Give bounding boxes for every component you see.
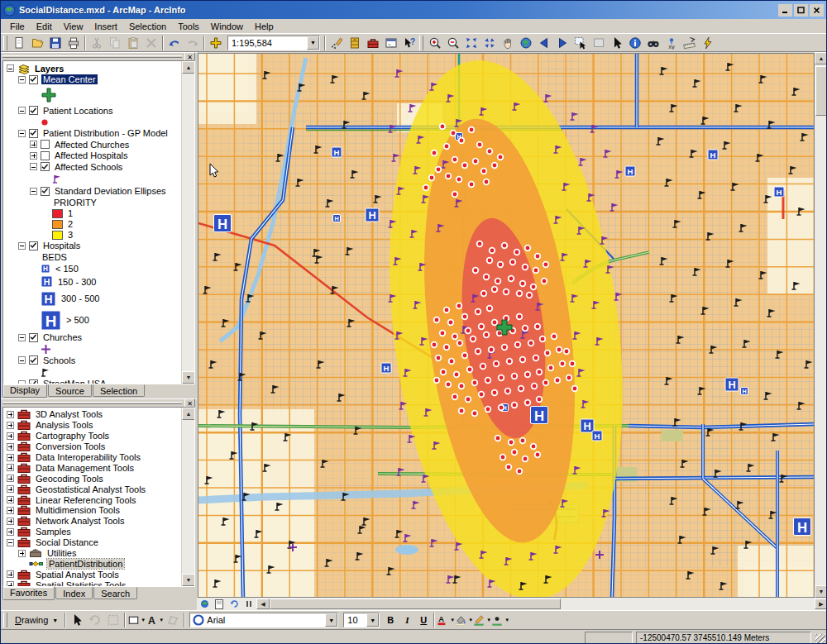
font-combo[interactable]: Arial▼ bbox=[189, 613, 338, 627]
expand-icon[interactable] bbox=[7, 528, 14, 536]
map-svg[interactable]: HHHHHHHHHHHHHHHH bbox=[198, 54, 815, 598]
toc-grip[interactable] bbox=[2, 55, 182, 58]
toolbox-grip[interactable] bbox=[2, 402, 182, 404]
menu-file[interactable]: File bbox=[4, 20, 31, 33]
scroll-left-icon[interactable]: ◀ bbox=[256, 599, 270, 609]
text-tool-button[interactable]: A▼ bbox=[146, 612, 164, 628]
toc-tab-source[interactable]: Source bbox=[48, 384, 92, 397]
toolbox-row[interactable]: Spatial Analyst Tools bbox=[5, 569, 194, 580]
expand-icon[interactable] bbox=[7, 485, 14, 493]
tool-label[interactable]: Utilities bbox=[45, 548, 76, 558]
collapse-icon[interactable] bbox=[7, 539, 14, 546]
layer-checkbox[interactable] bbox=[41, 140, 50, 149]
toc-row[interactable]: 1 bbox=[5, 208, 194, 219]
fixed-zoom-in-button[interactable] bbox=[462, 35, 480, 51]
zoomsel-gray-button[interactable] bbox=[104, 612, 122, 628]
layer-label[interactable]: Mean Center bbox=[41, 74, 98, 84]
find-button[interactable] bbox=[644, 35, 662, 51]
scroll-right-icon[interactable]: ▶ bbox=[815, 599, 827, 609]
scale-combo[interactable]: 1:195,584▼ bbox=[227, 36, 320, 50]
expand-icon[interactable] bbox=[7, 454, 14, 461]
hyperlink-button[interactable] bbox=[699, 35, 717, 51]
menu-view[interactable]: View bbox=[58, 20, 89, 33]
menu-insert[interactable]: Insert bbox=[88, 20, 123, 33]
expand-icon[interactable] bbox=[7, 411, 14, 418]
print-button[interactable] bbox=[65, 35, 83, 51]
title-bar[interactable]: SocialDistance.mxd - ArcMap - ArcInfo bbox=[1, 1, 826, 19]
toc-row[interactable]: PRIORITY bbox=[5, 197, 194, 208]
tool-label[interactable]: Geocoding Tools bbox=[34, 474, 103, 484]
layer-label[interactable]: Patient Distribution - GP Model bbox=[41, 128, 168, 138]
toolbox-scrollbar[interactable]: ▲ ▼ bbox=[181, 408, 194, 586]
tool-label[interactable]: 3D Analyst Tools bbox=[34, 409, 103, 419]
copy-button[interactable] bbox=[106, 35, 124, 51]
layer-label[interactable]: StreetMap USA bbox=[41, 379, 106, 384]
expand-icon[interactable] bbox=[7, 570, 14, 578]
layer-checkbox[interactable] bbox=[29, 333, 38, 342]
collapse-icon[interactable] bbox=[18, 107, 26, 114]
toc-row[interactable]: Standard Deviation Ellipses bbox=[5, 186, 194, 198]
toolbox-row[interactable]: Multidimension Tools bbox=[5, 505, 194, 516]
tool-label[interactable]: Data Interoperability Tools bbox=[34, 452, 141, 462]
collapse-icon[interactable] bbox=[18, 334, 26, 341]
fill-color-button[interactable]: ▼ bbox=[455, 612, 473, 628]
toc-row[interactable]: Mean Center bbox=[5, 74, 194, 86]
tool-label[interactable]: Cartography Tools bbox=[34, 431, 109, 441]
layer-label[interactable]: Patient Locations bbox=[41, 106, 112, 116]
layer-label[interactable]: Schools bbox=[41, 355, 75, 365]
pause-drawing-button[interactable] bbox=[241, 599, 256, 610]
minimize-button[interactable] bbox=[778, 4, 792, 17]
layer-checkbox[interactable] bbox=[29, 129, 38, 138]
layer-checkbox[interactable] bbox=[41, 162, 50, 171]
underline-button[interactable]: U bbox=[415, 613, 432, 628]
menu-tools[interactable]: Tools bbox=[172, 20, 205, 33]
select-features-button[interactable] bbox=[571, 35, 590, 51]
toc-scrollbar[interactable]: ▲ ▼ bbox=[181, 61, 194, 384]
toolbox-row[interactable]: Network Analyst Tools bbox=[5, 516, 194, 527]
toolbox-row[interactable]: Linear Referencing Tools bbox=[5, 494, 194, 505]
tool-label[interactable]: Geostatistical Analyst Tools bbox=[34, 484, 146, 494]
toc-row[interactable]: Patient Distribution - GP Model bbox=[5, 128, 194, 140]
toc-panel-header[interactable]: ✕ bbox=[1, 52, 197, 60]
scroll-down-icon[interactable]: ▼ bbox=[815, 585, 827, 598]
toolbox-row[interactable]: Conversion Tools bbox=[5, 441, 194, 452]
expand-icon[interactable] bbox=[7, 432, 14, 440]
toc-row[interactable]: 2 bbox=[5, 219, 194, 230]
layer-label[interactable]: Standard Deviation Ellipses bbox=[53, 186, 166, 196]
layer-label[interactable]: 150 - 300 bbox=[56, 277, 96, 287]
layer-label[interactable]: Affected Churches bbox=[53, 140, 129, 150]
collapse-icon[interactable] bbox=[7, 64, 14, 72]
toolbox-row[interactable]: Data Interoperability Tools bbox=[5, 452, 194, 463]
redo-button[interactable] bbox=[184, 35, 202, 51]
chevron-down-icon[interactable]: ▼ bbox=[366, 613, 379, 627]
open-button[interactable] bbox=[28, 35, 46, 51]
new-button[interactable] bbox=[10, 35, 28, 51]
paste-button[interactable] bbox=[124, 35, 142, 51]
tool-label[interactable]: Data Management Tools bbox=[34, 463, 134, 473]
resize-grip[interactable] bbox=[815, 634, 825, 644]
toolbox-row[interactable]: Cartography Tools bbox=[5, 431, 194, 441]
toc-row[interactable] bbox=[5, 343, 194, 355]
select-elements-button[interactable] bbox=[608, 35, 626, 51]
toolbox-row[interactable]: Data Management Tools bbox=[5, 462, 194, 473]
font-size-combo[interactable]: 10▼ bbox=[343, 613, 380, 627]
layer-label[interactable]: Affected Schools bbox=[53, 162, 122, 172]
toc-row[interactable]: H< 150 bbox=[5, 263, 194, 274]
tool-label[interactable]: Samples bbox=[34, 527, 71, 537]
toolbox-row[interactable]: 3D Analyst Tools bbox=[5, 409, 194, 420]
collapse-icon[interactable] bbox=[18, 130, 26, 137]
toc-row[interactable]: Schools bbox=[5, 355, 194, 366]
expand-icon[interactable] bbox=[7, 496, 14, 503]
expand-icon[interactable] bbox=[7, 518, 14, 525]
layer-label[interactable]: 1 bbox=[66, 208, 73, 218]
arccatalog-button[interactable] bbox=[346, 35, 364, 51]
menu-help[interactable]: Help bbox=[249, 20, 280, 33]
collapse-icon[interactable] bbox=[18, 356, 26, 364]
layer-label[interactable]: 3 bbox=[66, 230, 73, 240]
toc-row[interactable]: Patient Locations bbox=[5, 105, 194, 117]
layer-label[interactable]: Hospitals bbox=[41, 241, 80, 250]
collapse-icon[interactable] bbox=[30, 188, 37, 195]
line-color-button[interactable]: ▼ bbox=[473, 612, 491, 628]
measure-button[interactable] bbox=[681, 35, 699, 51]
scroll-up-icon[interactable]: ▲ bbox=[182, 61, 195, 74]
